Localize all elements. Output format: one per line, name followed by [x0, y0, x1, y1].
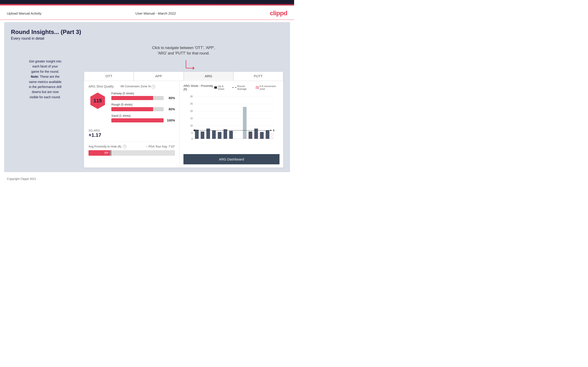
proximity-section: Avg Proximity to Hole (ft) ? ↑ PGA Tour …	[88, 141, 175, 156]
tab-putt[interactable]: PUTT	[233, 72, 283, 81]
sg-value: +1.17	[88, 132, 175, 138]
legend-round-avg: Round Average	[232, 85, 253, 90]
svg-text:25: 25	[190, 103, 193, 105]
upload-label[interactable]: Upload Manual Activity	[7, 11, 42, 15]
bar-track-sand	[111, 118, 164, 122]
legend-up-down: Up & Down	[214, 85, 229, 90]
main-content: Round Insights... (Part 3) Every round i…	[4, 22, 290, 172]
bar-fill-sand	[111, 118, 164, 122]
conversion-label: 6ft Conversion Zone % ?	[121, 84, 156, 88]
chart-header: ARG Shots - Proximity (ft) Up & Down Rou…	[183, 84, 279, 91]
svg-text:0: 0	[191, 138, 193, 140]
top-bar	[0, 0, 294, 4]
annotation-line1: Get greater insight intoeach facet of yo…	[29, 59, 61, 73]
svg-rect-27	[243, 107, 247, 139]
bar-pct-sand: 100%	[166, 118, 175, 122]
insights-card: OTT APP ARG PUTT ARG Shot Quality 6ft Co…	[84, 72, 283, 167]
footer: Copyright Clippd 2021	[0, 174, 294, 183]
bar-track-fairway	[111, 96, 164, 100]
proximity-value: 77'	[104, 151, 108, 155]
proximity-bar-fill: 77'	[88, 150, 110, 156]
header: Upload Manual Activity User Manual - Mar…	[0, 6, 294, 20]
svg-rect-26	[229, 131, 233, 139]
tab-arg[interactable]: ARG	[184, 72, 233, 81]
chart-area: 30 25 20 15 10 5 0	[183, 93, 279, 152]
proximity-chart: 30 25 20 15 10 5 0	[183, 93, 279, 141]
svg-rect-30	[260, 132, 264, 139]
legend: Up & Down Round Average 6 ft conversion …	[214, 85, 279, 90]
svg-text:30: 30	[190, 95, 193, 98]
proximity-header: Avg Proximity to Hole (ft) ? ↑ PGA Tour …	[88, 145, 175, 149]
legend-round-avg-label: Round Average	[237, 85, 253, 90]
tab-ott[interactable]: OTT	[84, 72, 134, 81]
legend-conversion-zone: 6 ft conversion zone	[256, 85, 279, 90]
legend-conversion-label: 6 ft conversion zone	[260, 85, 279, 90]
svg-rect-23	[212, 130, 216, 139]
bar-fairway: Fairway (5 shots) 80%	[111, 92, 175, 100]
bar-label-fairway: Fairway (5 shots)	[111, 92, 175, 95]
bar-sand: Sand (1 shots) 100%	[111, 114, 175, 122]
bar-fill-rough	[111, 107, 153, 111]
svg-text:8: 8	[273, 129, 275, 132]
svg-point-33	[194, 129, 196, 131]
content-layout: Get greater insight intoeach facet of yo…	[11, 45, 283, 167]
page-title: Round Insights... (Part 3)	[11, 28, 283, 36]
nav-annotation-area: Click to navigate between 'OTT', 'APP','…	[84, 45, 283, 72]
clippd-logo: clippd	[270, 9, 287, 17]
right-section: Click to navigate between 'OTT', 'APP','…	[84, 45, 283, 167]
legend-hatched-icon	[256, 86, 259, 89]
svg-rect-29	[254, 129, 258, 139]
svg-rect-20	[195, 130, 199, 139]
arrow-icon	[184, 58, 197, 72]
card-body: ARG Shot Quality 6ft Conversion Zone % ?	[84, 81, 283, 167]
bar-row-fairway: 80%	[111, 96, 175, 100]
left-panel: Get greater insight intoeach facet of yo…	[11, 45, 79, 100]
arg-dashboard-button[interactable]: ARG Dashboard	[183, 154, 279, 164]
hexagon-score: 115	[88, 92, 107, 110]
card-left-section: ARG Shot Quality 6ft Conversion Zone % ?	[84, 81, 180, 167]
legend-up-down-label: Up & Down	[218, 85, 229, 90]
copyright-text: Copyright Clippd 2021	[7, 177, 36, 181]
bar-pct-rough: 80%	[166, 107, 175, 111]
legend-box-icon	[214, 86, 217, 89]
svg-rect-31	[266, 130, 269, 139]
hex-value: 115	[94, 98, 102, 104]
page-subtitle: Every round in detail	[11, 36, 283, 41]
hex-container: 115 Fairway (5 shots)	[88, 92, 175, 125]
center-label: User Manual - March 2022	[135, 11, 176, 15]
bar-track-rough	[111, 107, 164, 111]
annotation-note: Note:	[31, 75, 39, 78]
proximity-help-icon[interactable]: ?	[123, 145, 126, 148]
svg-marker-34	[270, 130, 272, 131]
bar-rough: Rough (5 shots) 80%	[111, 103, 175, 111]
bar-fill-fairway	[111, 96, 153, 100]
svg-text:20: 20	[190, 110, 193, 112]
bars-container: Fairway (5 shots) 80%	[111, 92, 175, 125]
bar-label-rough: Rough (5 shots)	[111, 103, 175, 106]
legend-dashed-icon	[232, 87, 236, 88]
sg-section: SG ARG +1.17	[88, 129, 175, 138]
bar-label-sand: Sand (1 shots)	[111, 114, 175, 117]
sg-label: SG ARG	[88, 129, 175, 132]
annotation-text: Get greater insight intoeach facet of yo…	[11, 59, 79, 100]
proximity-bar-container: 77'	[88, 150, 175, 156]
svg-rect-25	[224, 129, 227, 139]
section-header: ARG Shot Quality 6ft Conversion Zone % ?	[88, 84, 175, 88]
tabs: OTT APP ARG PUTT	[84, 72, 283, 81]
tab-app[interactable]: APP	[134, 72, 183, 81]
svg-text:5: 5	[191, 132, 193, 134]
proximity-bar-track: 77'	[88, 150, 175, 156]
pga-avg: ↑ PGA Tour Avg: 7'10"	[146, 145, 175, 148]
help-icon[interactable]: ?	[152, 85, 155, 88]
bar-pct-fairway: 80%	[166, 96, 175, 100]
bar-row-rough: 80%	[111, 107, 175, 111]
svg-rect-21	[201, 132, 204, 139]
shot-quality-label: ARG Shot Quality	[88, 84, 114, 88]
chart-title: ARG Shots - Proximity (ft)	[183, 84, 214, 91]
card-right-section: ARG Shots - Proximity (ft) Up & Down Rou…	[180, 81, 283, 167]
svg-rect-28	[249, 132, 252, 139]
bar-row-sand: 100%	[111, 118, 175, 122]
arrow-container	[184, 58, 197, 72]
svg-rect-22	[207, 129, 210, 139]
svg-rect-24	[218, 132, 222, 139]
